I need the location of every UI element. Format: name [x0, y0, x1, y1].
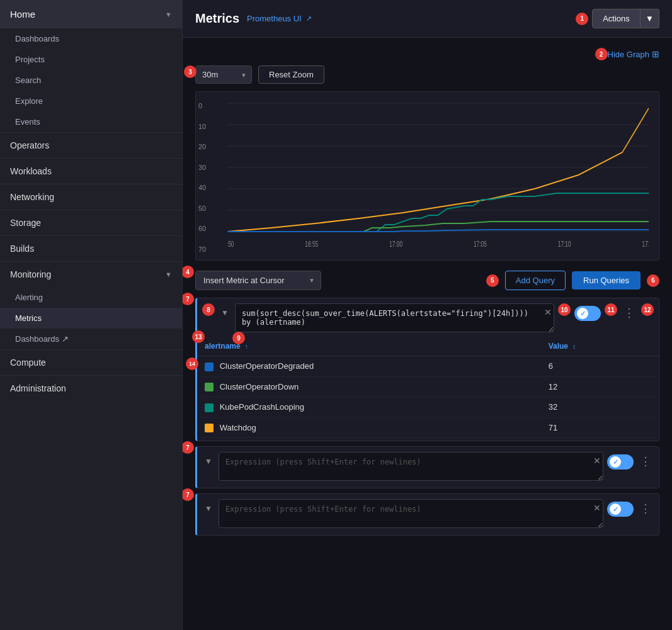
- networking-label: Networking: [10, 192, 54, 202]
- badge-4: 4: [183, 266, 194, 278]
- badge-7b: 7: [183, 441, 194, 454]
- add-query-button[interactable]: Add Query: [505, 271, 566, 290]
- svg-text:16:55: 16:55: [305, 240, 318, 249]
- badge-7c: 7: [183, 488, 194, 501]
- operators-label: Operators: [10, 140, 49, 150]
- resize-handle-1: ⌟: [549, 326, 552, 333]
- query-textarea-wrap-3: ✕ ⌟: [219, 499, 603, 530]
- reset-zoom-button[interactable]: Reset Zoom: [258, 65, 324, 84]
- collapse-button-1[interactable]: ▼: [219, 306, 231, 320]
- run-queries-button[interactable]: Run Queries: [572, 271, 641, 290]
- collapse-button-2[interactable]: ▼: [202, 454, 215, 468]
- query-input-3[interactable]: [219, 499, 603, 528]
- sidebar: Home ▼ Dashboards Projects Search Explor…: [0, 0, 183, 630]
- home-chevron-icon: ▼: [165, 11, 172, 18]
- monitoring-subitems: Alerting Metrics Dashboards ↗: [0, 287, 182, 349]
- sidebar-item-dashboards-ext[interactable]: Dashboards ↗: [0, 329, 182, 349]
- sidebar-item-events[interactable]: Events: [0, 111, 182, 132]
- resize-handle-3: ⌟: [598, 522, 601, 529]
- badge-13: 13: [192, 330, 205, 343]
- results-container: 13 alertname ↑ Value ↕: [197, 334, 659, 438]
- more-options-button-3[interactable]: ⋮: [637, 500, 654, 517]
- badge-11: 11: [605, 303, 617, 316]
- actions-button-group: Actions ▼: [592, 9, 659, 28]
- insert-metric-select-wrap: Insert Metric at Cursor: [195, 271, 321, 290]
- table-row: 14 ClusterOperatorDegraded 6: [197, 356, 659, 377]
- expr-row-2-wrap: 7 ▼ ✕ ⌟ ⋮: [195, 446, 659, 488]
- table-row: ClusterOperatorDown 12: [197, 376, 659, 397]
- sidebar-section-builds[interactable]: Builds: [0, 235, 182, 261]
- results-table: 13 alertname ↑ Value ↕: [197, 337, 659, 438]
- query-textarea-wrap-1: ✕ ⌟: [235, 303, 554, 334]
- sidebar-section-storage[interactable]: Storage: [0, 210, 182, 235]
- prometheus-link[interactable]: Prometheus UI ↗: [247, 14, 312, 23]
- sidebar-home[interactable]: Home ▼: [0, 0, 182, 28]
- badge-6: 6: [647, 274, 659, 287]
- query-toggle-3[interactable]: [607, 502, 634, 517]
- query-toggle-2[interactable]: [607, 454, 634, 470]
- sidebar-section-compute[interactable]: Compute: [0, 349, 182, 375]
- badge-7a: 7: [183, 293, 194, 305]
- sidebar-section-networking[interactable]: Networking: [0, 184, 182, 210]
- col-value-header[interactable]: Value ↕: [541, 337, 659, 356]
- sidebar-item-alerting[interactable]: Alerting: [0, 287, 182, 308]
- chart-container: 70 60 50 40 30 20 10 0: [195, 91, 659, 261]
- results-table-body: 14 ClusterOperatorDegraded 6 ClusterOper…: [197, 356, 659, 438]
- color-swatch: [205, 363, 214, 371]
- monitoring-chevron-icon: ▼: [165, 271, 172, 278]
- administration-label: Administration: [10, 383, 66, 393]
- chart-y-labels: 70 60 50 40 30 20 10 0: [198, 102, 206, 253]
- sidebar-section-monitoring[interactable]: Monitoring ▼: [0, 261, 182, 287]
- query-row-1: 8 ▼ ✕ ⌟ 10 11 ⋮ 12: [195, 298, 659, 441]
- color-swatch: [205, 403, 214, 412]
- table-row: KubePodCrashLooping 32: [197, 397, 659, 418]
- sort-icon: ↑: [245, 343, 248, 350]
- color-swatch: [205, 383, 214, 391]
- svg-text:16:50: 16:50: [227, 240, 234, 249]
- actions-caret-button[interactable]: ▼: [641, 9, 659, 28]
- expr-row-3: ▼ ✕ ⌟ ⋮: [195, 493, 659, 536]
- query-row-1-header: 8 ▼ ✕ ⌟ 10 11 ⋮ 12: [197, 298, 659, 334]
- more-options-button-1[interactable]: ⋮: [621, 305, 637, 321]
- sidebar-section-operators[interactable]: Operators: [0, 132, 182, 158]
- page-title: Metrics: [195, 11, 239, 26]
- sidebar-section-administration[interactable]: Administration: [0, 375, 182, 401]
- sidebar-item-explore[interactable]: Explore: [0, 91, 182, 111]
- compute-label: Compute: [10, 357, 46, 368]
- sidebar-item-metrics[interactable]: Metrics: [0, 308, 182, 329]
- time-range-select[interactable]: 30m 1h 3h 6h 12h 1d: [195, 65, 252, 84]
- builds-label: Builds: [10, 244, 34, 254]
- badge-10: 10: [558, 303, 571, 316]
- sidebar-item-projects[interactable]: Projects: [0, 49, 182, 70]
- sidebar-item-search[interactable]: Search: [0, 70, 182, 91]
- graph-section: 2 Hide Graph ⊞ 3 30m 1h 3h 6h 12h 1d: [183, 38, 672, 271]
- more-options-button-2[interactable]: ⋮: [637, 453, 654, 470]
- query-clear-button-3[interactable]: ✕: [593, 503, 601, 513]
- col-alertname-header[interactable]: 13 alertname ↑: [197, 337, 541, 356]
- monitoring-label: Monitoring: [10, 269, 51, 279]
- query-clear-button-2[interactable]: ✕: [593, 456, 601, 466]
- badge-2: 2: [595, 48, 608, 60]
- query-input-1[interactable]: [235, 303, 554, 332]
- home-label: Home: [10, 9, 35, 20]
- collapse-button-3[interactable]: ▼: [202, 502, 215, 515]
- graph-controls: 30m 1h 3h 6h 12h 1d Reset Zoom: [195, 65, 659, 84]
- badge-3: 3: [184, 65, 196, 78]
- value-sort-icon: ↕: [572, 343, 576, 350]
- hide-graph-button[interactable]: Hide Graph ⊞: [608, 49, 659, 59]
- home-subitems: Dashboards Projects Search Explore Event…: [0, 28, 182, 132]
- badge-5: 5: [486, 274, 499, 287]
- external-link-icon: ↗: [306, 14, 312, 23]
- sidebar-section-workloads[interactable]: Workloads: [0, 158, 182, 184]
- sidebar-item-dashboards[interactable]: Dashboards: [0, 28, 182, 49]
- chart-svg: 16:50 16:55 17:00 17:05 17:10 17:15: [227, 102, 649, 253]
- main-content: Metrics Prometheus UI ↗ 1 Actions ▼ 2 Hi…: [183, 0, 672, 630]
- main-header: Metrics Prometheus UI ↗ 1 Actions ▼: [183, 0, 672, 38]
- svg-text:17:00: 17:00: [389, 240, 402, 249]
- actions-main-button[interactable]: Actions: [592, 9, 641, 28]
- query-toggle-1[interactable]: [574, 306, 601, 321]
- query-clear-button-1[interactable]: ✕: [544, 307, 552, 317]
- query-input-2[interactable]: [219, 452, 603, 481]
- insert-metric-select[interactable]: Insert Metric at Cursor: [195, 271, 321, 290]
- query-row-1-wrap: 7 8 ▼ ✕ ⌟ 10 11 ⋮: [195, 298, 659, 441]
